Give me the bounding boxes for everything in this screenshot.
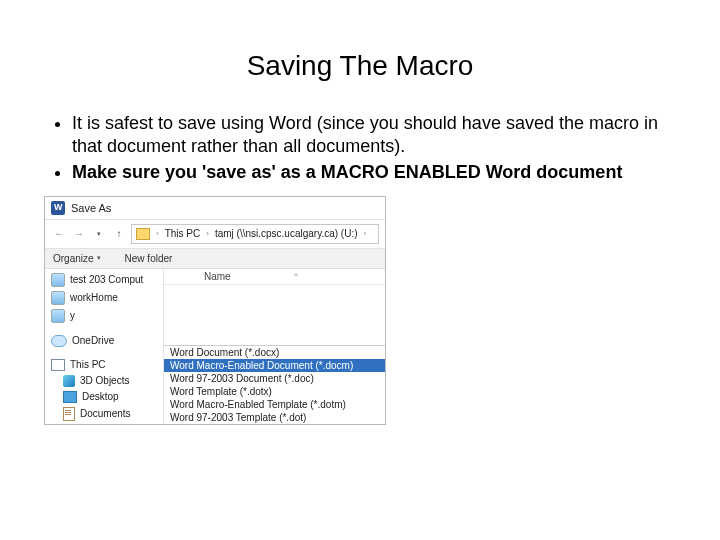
nav-label: 3D Objects (80, 375, 129, 386)
nav-quick-item[interactable]: y (49, 307, 159, 325)
desktop-icon (63, 391, 77, 403)
3d-objects-icon (63, 375, 75, 387)
nav-3d-objects[interactable]: 3D Objects (61, 373, 159, 389)
pinned-icon (51, 309, 65, 323)
slide-title: Saving The Macro (50, 50, 670, 82)
nav-quick-item[interactable]: test 203 Comput (49, 271, 159, 289)
nav-label: Desktop (82, 391, 119, 402)
path-box[interactable]: › This PC › tamj (\\nsi.cpsc.ucalgary.ca… (131, 224, 379, 244)
address-bar: ← → ▾ ↑ › This PC › tamj (\\nsi.cpsc.uca… (45, 220, 385, 249)
dropdown-icon: ▾ (97, 254, 101, 262)
nav-onedrive[interactable]: OneDrive (49, 333, 159, 349)
nav-label: Documents (80, 408, 131, 419)
breadcrumb-sep: › (206, 229, 209, 238)
recent-dropdown[interactable]: ▾ (91, 226, 107, 242)
cloud-icon (51, 335, 67, 347)
breadcrumb-folder[interactable]: tamj (\\nsi.cpsc.ucalgary.ca) (U:) (215, 228, 358, 239)
filetype-option[interactable]: Word 97-2003 Template (*.dot) (164, 411, 385, 424)
pc-icon (51, 359, 65, 371)
dialog-titlebar: Save As (45, 197, 385, 220)
up-button[interactable]: ↑ (111, 226, 127, 242)
bullet-2: Make sure you 'save as' as a MACRO ENABL… (72, 161, 670, 184)
word-icon (51, 201, 65, 215)
filetype-option-selected[interactable]: Word Macro-Enabled Document (*.docm) (164, 359, 385, 372)
new-folder-button[interactable]: New folder (125, 253, 173, 264)
nav-label: This PC (70, 359, 106, 370)
organize-button[interactable]: Organize ▾ (53, 253, 101, 264)
filetype-option[interactable]: Word Template (*.dotx) (164, 385, 385, 398)
dialog-main: Name Word Document (*.docx) Word Macro-E… (164, 269, 385, 424)
nav-this-pc[interactable]: This PC (49, 357, 159, 373)
nav-desktop[interactable]: Desktop (61, 389, 159, 405)
new-folder-label: New folder (125, 253, 173, 264)
filetype-option[interactable]: Word 97-2003 Document (*.doc) (164, 372, 385, 385)
nav-quick-item[interactable]: workHome (49, 289, 159, 307)
pinned-icon (51, 273, 65, 287)
filetype-option[interactable]: Word Document (*.docx) (164, 346, 385, 359)
dialog-body: test 203 Comput workHome y OneDrive This… (45, 269, 385, 424)
folder-icon (136, 228, 150, 240)
save-as-dialog: Save As ← → ▾ ↑ › This PC › tamj (\\nsi.… (44, 196, 386, 425)
nav-label: workHome (70, 292, 118, 303)
pinned-icon (51, 291, 65, 305)
column-header-name[interactable]: Name (164, 269, 385, 285)
nav-label: y (70, 310, 75, 321)
filetype-option[interactable]: Word Macro-Enabled Template (*.dotm) (164, 398, 385, 411)
nav-downloads[interactable]: Downloads (61, 423, 159, 424)
breadcrumb-sep: › (364, 229, 367, 238)
nav-tree[interactable]: test 203 Comput workHome y OneDrive This… (45, 269, 164, 424)
nav-label: OneDrive (72, 335, 114, 346)
dialog-toolbar: Organize ▾ New folder (45, 249, 385, 269)
breadcrumb-root[interactable]: This PC (165, 228, 201, 239)
dialog-title: Save As (71, 202, 111, 214)
documents-icon (63, 407, 75, 421)
bullet-list: It is safest to save using Word (since y… (50, 112, 670, 184)
bullet-1: It is safest to save using Word (since y… (72, 112, 670, 157)
organize-label: Organize (53, 253, 94, 264)
slide: Saving The Macro It is safest to save us… (0, 0, 720, 425)
filetype-dropdown-list[interactable]: Word Document (*.docx) Word Macro-Enable… (164, 345, 385, 424)
forward-button[interactable]: → (71, 226, 87, 242)
nav-documents[interactable]: Documents (61, 405, 159, 423)
nav-label: test 203 Comput (70, 274, 143, 285)
breadcrumb-sep: › (156, 229, 159, 238)
back-button[interactable]: ← (51, 226, 67, 242)
